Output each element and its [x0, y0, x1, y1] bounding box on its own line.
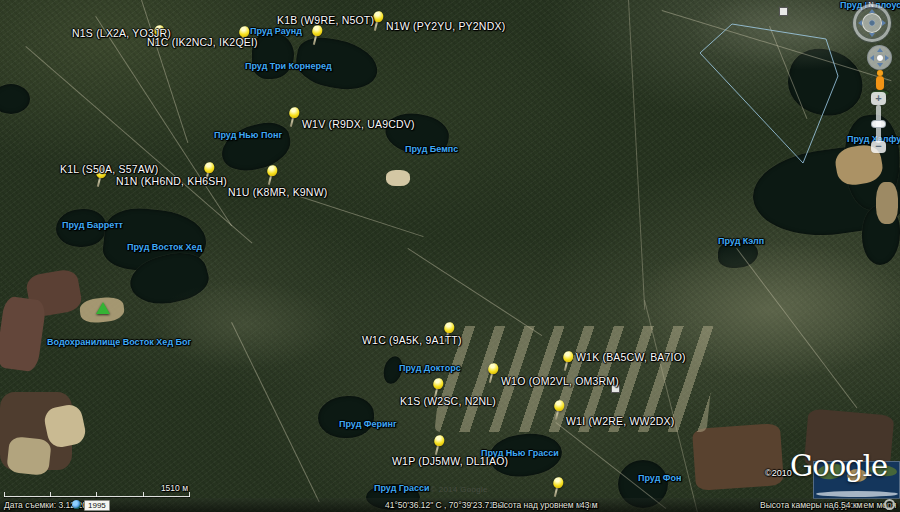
- pointer-coordinates: 41°50'36.12" С , 70°39'23.71" З: [385, 500, 505, 510]
- scale-tick: [143, 492, 144, 497]
- pegman-head-icon: [877, 70, 883, 76]
- look-right-arrow-icon[interactable]: [882, 20, 886, 26]
- move-joystick-dot: [877, 55, 883, 61]
- move-down-arrow-icon[interactable]: [877, 63, 883, 67]
- pond-label: Водохранилище Восток Хед Бог: [47, 337, 191, 347]
- pin-label: W1O (OM2VL, OM3RM): [501, 376, 619, 387]
- pin-label: W1I (W2RE, WW2DX): [566, 416, 674, 427]
- inset-antarctica: [816, 491, 898, 497]
- pond-label: Пруд Раунд: [250, 26, 302, 36]
- pond-label: Пруд Барретт: [62, 220, 123, 230]
- pond-label: Пруд Грасси: [374, 483, 430, 493]
- pin-label: K1B (W9RE, N5OT): [277, 15, 374, 26]
- pond-label: Пруд Восток Хед: [127, 242, 202, 252]
- pin-label: N1W (PY2YU, PY2NDX): [386, 21, 505, 32]
- historical-year-badge[interactable]: 1995: [84, 500, 110, 511]
- scale-label: 1510 м: [161, 483, 188, 493]
- move-right-arrow-icon[interactable]: [885, 55, 889, 61]
- pin-label: K1S (W2SC, N2NL): [400, 396, 496, 407]
- streaming-indicator-icon: [884, 499, 895, 510]
- camera-altitude-label: Высота камеры над уровнем моря: [760, 500, 896, 510]
- copyright-text: ©2010: [765, 468, 792, 478]
- pin-label: W1K (BA5CW, BA7IO): [576, 352, 686, 363]
- zoom-in-button[interactable]: +: [871, 92, 886, 105]
- pond-label: Пруд Нью Понг: [214, 130, 282, 140]
- pond-label: Пруд Кэлп: [718, 236, 764, 246]
- imagery-date: Дата съемки: 3.12.2012: [4, 500, 96, 510]
- scale-tick: [4, 492, 5, 497]
- pin-label: W1C (9A5K, 9A1TT): [362, 335, 462, 346]
- pin-label: N1U (K8MR, K9NW): [228, 187, 327, 198]
- map-poi-icon[interactable]: [779, 7, 788, 16]
- look-down-arrow-icon[interactable]: [869, 33, 875, 37]
- pond-label: Пруд Фон: [638, 473, 681, 483]
- scale-line: [4, 496, 190, 497]
- scale-tick: [50, 492, 51, 497]
- google-earth-window: N1S (LX2A, YO3JR)N1C (IK2NCJ, IK2QEI)K1B…: [0, 0, 900, 512]
- move-joystick[interactable]: [867, 45, 892, 70]
- pond-label: Пруд Феринг: [339, 419, 397, 429]
- survey-polygon-overlay: [0, 0, 900, 512]
- map-imagery-copyright: © 2014 Google: [430, 485, 488, 494]
- pond-label: Пруд Три Корнеред: [245, 61, 332, 71]
- pin-label: K1L (S50A, S57AW): [60, 164, 158, 175]
- status-bar: Дата съемки: 3.12.2012 1995 41°50'36.12"…: [0, 498, 900, 512]
- pin-label: W1P (DJ5MW, DL1IAO): [392, 456, 508, 467]
- pond-label: Пруд Бемпс: [405, 144, 458, 154]
- scale-tick: [189, 492, 190, 497]
- zoom-out-button[interactable]: −: [871, 141, 886, 153]
- pin-label: N1N (KH6ND, KH6SH): [116, 176, 227, 187]
- survey-polygon[interactable]: [700, 24, 838, 163]
- scale-bar: 1510 м: [4, 483, 190, 499]
- move-up-arrow-icon[interactable]: [877, 48, 883, 52]
- scale-tick: [96, 492, 97, 497]
- historical-imagery-globe-icon[interactable]: [72, 500, 81, 509]
- pond-label: Пруд Докторс: [399, 363, 461, 373]
- pin-label: W1V (R9DX, UA9CDV): [302, 119, 415, 130]
- zoom-slider-handle[interactable]: [871, 120, 886, 128]
- campground-triangle-icon[interactable]: [96, 302, 110, 314]
- pin-label: N1C (IK2NCJ, IK2QEI): [147, 37, 258, 48]
- look-joystick[interactable]: [853, 4, 891, 42]
- camera-altitude-value: 6.54 км: [834, 500, 862, 510]
- move-left-arrow-icon[interactable]: [870, 55, 874, 61]
- google-logo: Google: [790, 450, 887, 482]
- eye-icon: [869, 20, 875, 26]
- pegman-body-icon: [876, 76, 884, 90]
- elevation-value: 43 м: [580, 500, 598, 510]
